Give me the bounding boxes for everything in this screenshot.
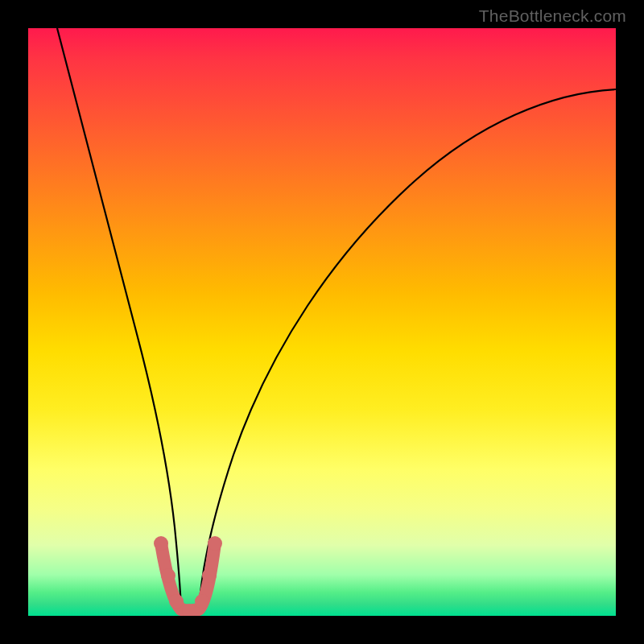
marker-dot-r3 — [195, 594, 209, 609]
marker-dot-r2 — [202, 568, 217, 583]
marker-dot-l2 — [161, 568, 175, 583]
marker-dot-l3 — [169, 594, 184, 609]
marker-dot-left — [154, 536, 168, 551]
watermark-text: TheBottleneck.com — [479, 6, 626, 26]
chart-frame: TheBottleneck.com — [0, 0, 644, 644]
right-branch-curve — [199, 89, 616, 609]
chart-svg — [28, 28, 616, 616]
marker-dot-right — [208, 536, 222, 551]
left-branch-curve — [57, 28, 181, 609]
